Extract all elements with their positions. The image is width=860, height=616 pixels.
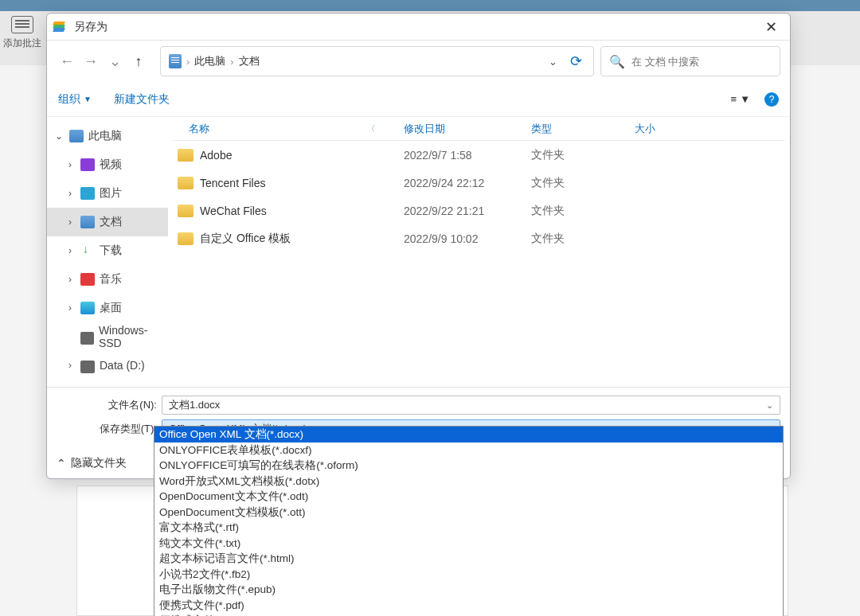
breadcrumb-dropdown-button[interactable]: ⌄ <box>544 56 562 68</box>
dl-icon <box>80 244 95 257</box>
search-icon: 🔍 <box>609 54 625 69</box>
nav-forward-button[interactable]: → <box>80 50 101 72</box>
savetype-option[interactable]: 便携式文件/A (*.pdf) <box>154 613 783 616</box>
close-button[interactable]: ✕ <box>758 16 784 38</box>
file-date: 2022/9/22 21:21 <box>404 205 531 217</box>
crumb-this-pc[interactable]: 此电脑 <box>194 54 225 68</box>
tree-item-label: 视频 <box>100 158 122 172</box>
savetype-option[interactable]: 小说书2文件(*.fb2) <box>154 567 783 583</box>
list-header: 名称 〈 修改日期 类型 大小 <box>173 117 785 141</box>
file-type: 文件夹 <box>531 176 635 190</box>
file-row[interactable]: Tencent Files2022/9/24 22:12文件夹 <box>173 169 785 197</box>
file-name: WeChat Files <box>200 205 404 217</box>
savetype-option[interactable]: OpenDocument文档模板(*.ott) <box>154 505 783 520</box>
toolbar: 组织 ▼ 新建文件夹 ≡ ▼ ? <box>47 82 790 117</box>
tree-item-label: 桌面 <box>100 301 122 315</box>
tree-item-desk[interactable]: ›桌面 <box>47 294 168 322</box>
tree-item-video[interactable]: ›视频 <box>47 150 168 179</box>
nav-history-button[interactable]: ⌄ <box>104 50 125 72</box>
folder-icon <box>178 205 194 217</box>
col-size-header[interactable]: 大小 <box>635 122 714 136</box>
video-icon <box>80 158 95 171</box>
folder-icon <box>169 54 182 68</box>
chevron-right-icon: › <box>64 360 76 371</box>
tree-item-label: 音乐 <box>100 272 122 287</box>
savetype-option[interactable]: 超文本标记语言文件(*.html) <box>154 551 783 567</box>
file-type: 文件夹 <box>531 148 635 162</box>
tree-item-label: Windows-SSD <box>99 324 168 349</box>
add-comment-button[interactable]: 添加批注 <box>3 16 41 50</box>
chevron-right-icon: › <box>64 245 76 256</box>
file-date: 2022/9/7 1:58 <box>404 149 531 162</box>
savetype-option[interactable]: Word开放式XML文档模板(*.dotx) <box>154 474 783 489</box>
organize-button[interactable]: 组织 ▼ <box>58 92 92 107</box>
tree-item-label: 文档 <box>100 215 122 229</box>
col-type-header[interactable]: 类型 <box>531 122 635 136</box>
savetype-option[interactable]: OpenDocument文本文件(*.odt) <box>154 489 783 505</box>
filename-label: 文件名(N): <box>57 398 157 412</box>
col-date-header[interactable]: 修改日期 <box>404 122 531 136</box>
folder-icon <box>178 232 194 245</box>
folder-icon <box>178 177 194 189</box>
file-row[interactable]: WeChat Files2022/9/22 21:21文件夹 <box>173 197 785 224</box>
savetype-label: 保存类型(T): <box>57 422 157 436</box>
savetype-option[interactable]: ONLYOFFICE表单模板(*.docxf) <box>154 443 783 458</box>
crumb-documents[interactable]: 文档 <box>239 54 260 68</box>
savetype-option[interactable]: Office Open XML 文档(*.docx) <box>154 427 783 443</box>
comment-icon <box>11 16 33 33</box>
file-date: 2022/9/24 22:12 <box>404 177 531 189</box>
chevron-right-icon: › <box>64 188 76 199</box>
hide-folders-toggle[interactable]: ⌃ 隐藏文件夹 <box>57 456 127 470</box>
crumb-sep-icon: › <box>186 56 190 68</box>
file-name: 自定义 Office 模板 <box>200 232 404 246</box>
nav-up-button[interactable]: ↑ <box>128 50 149 72</box>
file-type: 文件夹 <box>531 232 635 246</box>
hide-folders-label: 隐藏文件夹 <box>71 456 127 470</box>
tree-item-pic[interactable]: ›图片 <box>47 179 168 208</box>
add-comment-label: 添加批注 <box>3 37 41 50</box>
tree-item-drive[interactable]: ›Data (D:) <box>47 351 168 380</box>
file-row[interactable]: Adobe2022/9/7 1:58文件夹 <box>173 141 785 169</box>
savetype-option[interactable]: 电子出版物文件(*.epub) <box>154 582 783 598</box>
titlebar: 另存为 ✕ <box>47 14 790 41</box>
chevron-up-icon: ⌃ <box>57 457 66 470</box>
savetype-option[interactable]: 富文本格式(*.rtf) <box>154 520 783 536</box>
tree-item-dl[interactable]: ›下载 <box>47 236 168 265</box>
savetype-option[interactable]: 便携式文件(*.pdf) <box>154 598 783 614</box>
tree-item-label: 图片 <box>100 186 122 201</box>
savetype-option[interactable]: 纯文本文件(*.txt) <box>154 536 783 552</box>
filename-value: 文档1.docx <box>169 398 220 412</box>
refresh-button[interactable]: ⟳ <box>567 53 585 70</box>
tree-item-doc[interactable]: ›文档 <box>47 208 168 236</box>
tree-item-drive[interactable]: Windows-SSD <box>47 322 168 351</box>
file-row[interactable]: 自定义 Office 模板2022/9/9 10:02文件夹 <box>173 224 785 252</box>
tree-pane: ⌄此电脑›视频›图片›文档›下载›音乐›桌面Windows-SSD›Data (… <box>47 117 168 387</box>
folder-icon <box>178 149 194 162</box>
new-folder-button[interactable]: 新建文件夹 <box>114 92 170 107</box>
file-name: Tencent Files <box>200 177 404 189</box>
savetype-option[interactable]: ONLYOFFICE可填写的在线表格(*.oform) <box>154 458 783 474</box>
col-name-header[interactable]: 名称 〈 <box>173 122 404 136</box>
nav-back-button[interactable]: ← <box>57 50 77 72</box>
search-box[interactable]: 🔍 <box>600 46 780 76</box>
tree-item-label: 此电脑 <box>88 129 122 143</box>
dialog-title: 另存为 <box>74 20 758 34</box>
file-list: 名称 〈 修改日期 类型 大小 Adobe2022/9/7 1:58文件夹Ten… <box>168 117 790 387</box>
tree-item-pc[interactable]: ⌄此电脑 <box>47 122 168 150</box>
chevron-right-icon: › <box>64 302 76 314</box>
file-type: 文件夹 <box>531 204 635 218</box>
view-mode-button[interactable]: ≡ ▼ <box>731 93 750 105</box>
tree-item-music[interactable]: ›音乐 <box>47 265 168 294</box>
chevron-right-icon: › <box>64 274 76 285</box>
savetype-dropdown-list[interactable]: Office Open XML 文档(*.docx)ONLYOFFICE表单模板… <box>154 426 784 616</box>
filename-input[interactable]: 文档1.docx ⌄ <box>162 396 780 415</box>
crumb-sep-icon: › <box>230 56 233 68</box>
help-button[interactable]: ? <box>764 92 779 107</box>
doc-icon <box>80 216 95 228</box>
list-view-icon: ≡ <box>731 93 737 105</box>
chevron-down-icon: ⌄ <box>53 131 64 142</box>
file-date: 2022/9/9 10:02 <box>404 232 531 245</box>
pic-icon <box>80 187 95 200</box>
search-input[interactable] <box>631 56 772 68</box>
breadcrumb-bar[interactable]: › 此电脑 › 文档 ⌄ ⟳ <box>160 46 594 76</box>
